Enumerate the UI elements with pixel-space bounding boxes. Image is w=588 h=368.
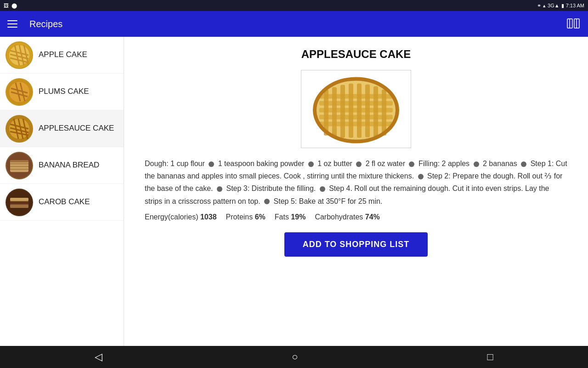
applesauce-image	[6, 115, 33, 143]
recent-icon: □	[487, 351, 493, 363]
carbs-value: 74%	[365, 213, 380, 221]
time-display: 7:13 AM	[566, 3, 584, 8]
app-title: Recipes	[29, 19, 566, 29]
proteins-label: Proteins 6%	[226, 213, 266, 221]
wifi-icon: ▴	[543, 3, 546, 9]
bullet-7	[418, 174, 424, 179]
status-right: ⚭ ▴ 3G▲ ▮ 7:13 AM	[537, 3, 584, 9]
sidebar-item-applesauce-cake[interactable]: APPLESAUCE CAKE	[0, 110, 124, 147]
bullet-6	[521, 161, 526, 167]
banana-bread-image	[6, 152, 33, 179]
carob-cake-thumb	[6, 189, 33, 216]
detail-image-container	[301, 70, 411, 148]
bluetooth-icon: ⚭	[537, 3, 541, 9]
apple-cake-label: APPLE CAKE	[39, 50, 87, 59]
recent-button[interactable]: □	[478, 347, 503, 367]
sidebar-item-carob-cake[interactable]: CAROB CAKE	[0, 184, 124, 221]
status-bar: 🖼 ⬤ ⚭ ▴ 3G▲ ▮ 7:13 AM	[0, 0, 588, 11]
ingredient-2: 1 oz butter	[317, 160, 354, 167]
filling-banana: 2 bananas	[483, 160, 519, 167]
detail-recipe-text: Dough: 1 cup flour 1 teaspoon baking pow…	[145, 157, 567, 207]
bullet-9	[320, 186, 325, 192]
status-left: 🖼 ⬤	[4, 3, 17, 9]
detail-title: APPLESAUCE CAKE	[301, 48, 411, 61]
carob-cake-image	[6, 189, 33, 216]
fats-value: 19%	[291, 213, 305, 221]
energy-value: 1038	[200, 213, 217, 221]
carbs-label: Carbohydrates 74%	[315, 213, 379, 221]
banana-bread-thumb	[6, 152, 33, 179]
detail-panel: APPLESAUCE CAKE	[124, 37, 588, 346]
detail-recipe-image	[305, 72, 407, 146]
ingredient-3: 2 fl oz water	[366, 160, 407, 167]
home-button[interactable]: ○	[283, 347, 307, 367]
menu-button[interactable]	[7, 17, 22, 31]
main-content: APPLE CAKE PLUMS CAKE	[0, 37, 588, 346]
sidebar-item-plums-cake[interactable]: PLUMS CAKE	[0, 74, 124, 110]
filling-intro: Filling: 2 apples	[418, 160, 472, 167]
sidebar-item-apple-cake[interactable]: APPLE CAKE	[0, 37, 124, 74]
svg-rect-35	[10, 202, 28, 204]
energy-label: Energy(calories) 1038	[145, 213, 217, 221]
book-button[interactable]	[566, 17, 581, 31]
bottom-nav-bar: ◁ ○ □	[0, 346, 588, 368]
bullet-5	[474, 161, 479, 167]
step-3: Step 3: Distribute the filling.	[226, 184, 317, 192]
menu-line	[7, 20, 17, 21]
home-icon: ○	[292, 351, 298, 363]
book-icon	[567, 18, 580, 29]
svg-rect-28	[10, 160, 28, 162]
signal-3g: 3G▲	[548, 3, 560, 8]
banana-bread-label: BANANA BREAD	[39, 161, 99, 170]
back-icon: ◁	[95, 351, 102, 363]
plums-cake-label: PLUMS CAKE	[39, 87, 89, 96]
back-button[interactable]: ◁	[85, 347, 112, 367]
apple-cake-image	[6, 41, 33, 69]
sidebar-item-banana-bread[interactable]: BANANA BREAD	[0, 147, 124, 184]
bullet-2	[308, 161, 314, 167]
bullet-3	[356, 161, 362, 167]
battery-icon: ▮	[561, 3, 564, 9]
ingredient-1: 1 teaspoon baking powder	[218, 160, 306, 167]
menu-line	[7, 27, 17, 28]
bullet-1	[209, 161, 214, 167]
svg-rect-34	[10, 198, 28, 201]
bullet-10	[264, 199, 270, 204]
svg-point-52	[317, 82, 395, 139]
app-bar: Recipes	[0, 11, 588, 37]
menu-line	[7, 23, 17, 24]
photo-icon: 🖼	[4, 3, 9, 8]
fats-label: Fats 19%	[275, 213, 306, 221]
nutrition-info: Energy(calories) 1038 Proteins 6% Fats 1…	[145, 213, 567, 221]
circle-icon: ⬤	[11, 3, 17, 9]
applesauce-cake-label: APPLESAUCE CAKE	[39, 124, 114, 133]
add-to-shopping-list-button[interactable]: ADD TO SHOPPING LIST	[284, 232, 428, 257]
carob-cake-label: CAROB CAKE	[39, 197, 90, 207]
proteins-value: 6%	[255, 213, 266, 221]
plums-cake-thumb	[6, 78, 33, 106]
apple-cake-thumb	[6, 41, 33, 69]
sidebar: APPLE CAKE PLUMS CAKE	[0, 37, 124, 346]
plums-cake-image	[6, 78, 33, 106]
svg-rect-36	[10, 205, 28, 208]
bullet-8	[217, 186, 222, 192]
dough-label: Dough: 1 cup flour	[145, 160, 207, 167]
bullet-4	[409, 161, 414, 167]
applesauce-cake-thumb	[6, 115, 33, 143]
step-5: Step 5: Bake at 350°F for 25 min.	[274, 197, 383, 205]
